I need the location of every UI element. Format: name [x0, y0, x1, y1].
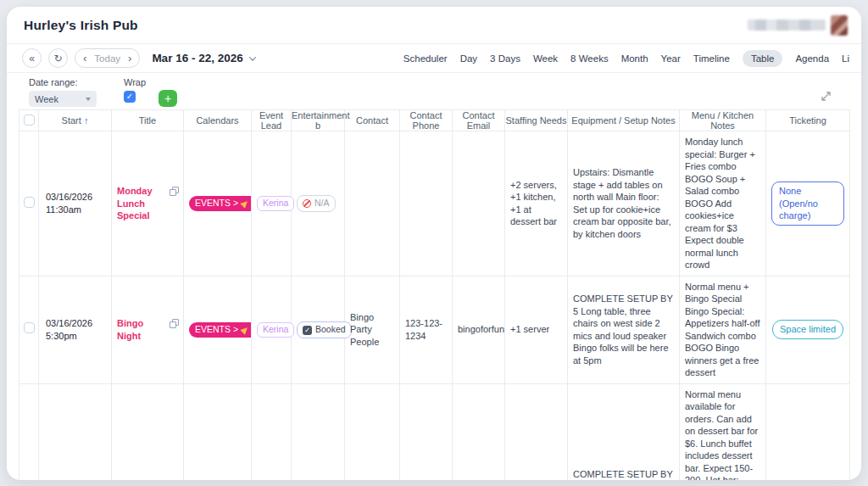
booked-badge[interactable]: ✓Booked	[297, 321, 352, 338]
collapse-button[interactable]: «	[22, 48, 42, 68]
menu-cell[interactable]: Normal menu available for orders. Can ad…	[680, 383, 766, 480]
col-contact-email[interactable]: Contact Email	[453, 110, 505, 131]
col-event-lead[interactable]: Event Lead	[252, 110, 292, 131]
ticketing-badge[interactable]: None (Open/no charge)	[771, 182, 844, 226]
page-title: Hurley's Irish Pub	[24, 18, 138, 33]
date-range-label: Date range:	[29, 77, 97, 87]
checkbox-checked-icon: ✓	[303, 326, 312, 335]
prohibited-icon	[303, 199, 311, 208]
tab-timeline[interactable]: Timeline	[693, 53, 730, 64]
contact-email-cell[interactable]	[453, 131, 505, 277]
col-menu[interactable]: Menu / Kitchen Notes	[680, 110, 766, 131]
date-range-select[interactable]: Week	[29, 91, 97, 107]
next-button[interactable]: ›	[128, 53, 131, 64]
select-all-checkbox[interactable]	[24, 115, 35, 126]
event-lead-cell[interactable]: Kerina	[252, 276, 292, 383]
col-contact-phone[interactable]: Contact Phone	[400, 110, 453, 131]
tab-8weeks[interactable]: 8 Weeks	[570, 53, 609, 64]
controls-bar: Date range: Week Wrap ✓ +	[7, 73, 861, 109]
event-title-link[interactable]: Monday Lunch Special	[117, 185, 166, 222]
equipment-cell[interactable]: COMPLETE SETUP BY 5 Long table, three ch…	[568, 276, 680, 383]
na-badge[interactable]: N/A	[297, 195, 336, 212]
table-row: 03/16/2026 5:30pm Bingo Night EVENTS > S…	[19, 276, 850, 383]
col-calendars[interactable]: Calendars	[184, 110, 252, 131]
tab-day[interactable]: Day	[460, 53, 477, 64]
col-ticketing[interactable]: Ticketing	[766, 110, 850, 131]
refresh-icon[interactable]: ↻	[48, 48, 68, 68]
ticketing-badge[interactable]: Space limited	[772, 320, 843, 339]
title-cell[interactable]: Monday Lunch Special	[112, 131, 184, 277]
equipment-cell[interactable]: Upstairs: Dismantle stage + add tables o…	[568, 131, 680, 277]
start-cell[interactable]: 03/17/2026 3:00pm	[39, 383, 112, 480]
contact-phone-cell[interactable]: 123-123-1234	[400, 276, 453, 383]
entertainment-cell[interactable]: N/A	[292, 131, 345, 277]
select-all-cell	[19, 110, 39, 131]
tab-table[interactable]: Table	[743, 50, 783, 67]
menu-cell[interactable]: Normal menu + Bingo Special Bingo Specia…	[680, 276, 766, 383]
tab-agenda[interactable]: Agenda	[795, 53, 829, 64]
col-contact[interactable]: Contact	[345, 110, 400, 131]
calendars-cell[interactable]: EVENTS > Spec	[184, 383, 252, 480]
tab-month[interactable]: Month	[621, 53, 648, 64]
date-range-text: Mar 16 - 22, 2026	[152, 52, 242, 64]
calendar-badge[interactable]: EVENTS > Spec	[189, 322, 252, 338]
wrap-checkbox[interactable]: ✓	[124, 91, 136, 103]
copy-icon[interactable]	[170, 319, 178, 327]
staffing-cell[interactable]: +1 server	[505, 276, 568, 383]
lead-badge[interactable]: Kerina	[257, 196, 294, 211]
prev-button[interactable]: ‹	[83, 53, 86, 64]
event-lead-cell[interactable]: Kerina	[252, 131, 292, 277]
contact-email-cell[interactable]: bingoforfun@e	[453, 276, 505, 383]
wrap-label: Wrap	[124, 77, 146, 87]
ticketing-cell[interactable]: None (Open/no charge)	[766, 383, 850, 480]
calendar-badge[interactable]: EVENTS > Spec	[189, 196, 252, 211]
ticketing-cell[interactable]: None (Open/no charge)	[766, 131, 850, 277]
contact-cell[interactable]: Lu Finnegan	[345, 383, 400, 480]
title-cell[interactable]: Family Friendly St Patty's Party	[112, 383, 184, 480]
tab-week[interactable]: Week	[533, 53, 558, 64]
col-start[interactable]: Start ↑	[39, 110, 112, 131]
party-icon	[240, 325, 249, 334]
menu-cell[interactable]: Monday lunch special: Burger + Fries com…	[680, 131, 766, 277]
calendars-cell[interactable]: EVENTS > Spec	[184, 276, 252, 383]
row-checkbox[interactable]	[24, 197, 35, 208]
entertainment-cell[interactable]: ✓Booked	[292, 276, 345, 383]
contact-phone-cell[interactable]	[400, 131, 453, 277]
nav-controls: « ↻ ‹ Today › Mar 16 - 22, 2026	[22, 48, 255, 68]
col-staffing[interactable]: Staffing Needs	[505, 110, 568, 131]
tab-3days[interactable]: 3 Days	[490, 53, 520, 64]
tab-list[interactable]: Li	[842, 53, 849, 64]
date-range-dropdown[interactable]: Mar 16 - 22, 2026	[152, 52, 254, 64]
add-button[interactable]: +	[159, 90, 177, 107]
user-account[interactable]	[748, 15, 848, 36]
header-row: Start ↑ Title Calendars Event Lead Enter…	[19, 110, 850, 131]
title-cell[interactable]: Bingo Night	[112, 276, 184, 383]
expand-icon[interactable]	[821, 89, 831, 104]
tab-year[interactable]: Year	[661, 53, 681, 64]
calendars-cell[interactable]: EVENTS > Spec	[184, 131, 252, 277]
col-title[interactable]: Title	[112, 110, 184, 131]
lead-badge[interactable]: Kerina	[257, 322, 294, 338]
col-entertainment[interactable]: Entertainment b	[292, 110, 345, 131]
entertainment-cell[interactable]: ✓Booked ✓Contract signed	[292, 383, 345, 480]
chevron-down-icon	[248, 53, 255, 60]
row-checkbox[interactable]	[24, 322, 35, 333]
ticketing-cell[interactable]: Space limited	[766, 276, 850, 383]
contact-cell[interactable]: Bingo Party People	[345, 276, 400, 383]
equipment-cell[interactable]: COMPLETE SETUP BY 2:00PM Buffet Lunch - …	[568, 383, 680, 480]
tab-scheduler[interactable]: Scheduler	[403, 53, 448, 64]
copy-icon[interactable]	[170, 187, 178, 195]
start-cell[interactable]: 03/16/2026 5:30pm	[39, 276, 112, 383]
contact-phone-cell[interactable]: 456-456-7878	[400, 383, 453, 480]
today-button[interactable]: Today	[94, 53, 120, 64]
event-title-link[interactable]: Bingo Night	[117, 317, 166, 342]
col-equipment[interactable]: Equipment / Setup Notes	[568, 110, 680, 131]
staffing-cell[interactable]: +2 servers, +1 kitchen, +1 at dessert ba…	[505, 131, 568, 277]
contact-cell[interactable]	[345, 131, 400, 277]
start-cell[interactable]: 03/16/2026 11:30am	[39, 131, 112, 277]
sort-asc-icon: ↑	[84, 115, 89, 126]
contact-email-cell[interactable]: lufinnegan@em	[453, 383, 505, 480]
staffing-cell[interactable]: +2 servers, +1 buffet	[505, 383, 568, 480]
event-lead-cell[interactable]: Pablo	[252, 383, 292, 480]
user-name-redacted	[748, 20, 826, 31]
